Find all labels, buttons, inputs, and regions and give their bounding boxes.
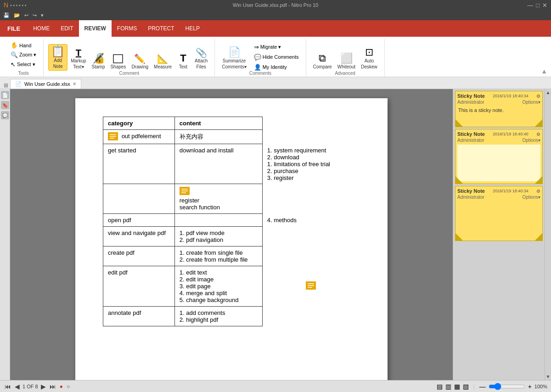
sticky-note-1-options[interactable]: Options▾ — [523, 100, 540, 105]
ribbon-group-comments-panel: 📄 Summarize Comments▾ ⇒ Migrate ▾ 💬 Hide… — [215, 39, 306, 77]
menu-edit[interactable]: EDIT — [55, 20, 79, 37]
menu-forms[interactable]: FORMS — [112, 20, 142, 37]
migrate-btn[interactable]: ⇒ Migrate ▾ — [252, 43, 301, 51]
ribbon-group-tools: ✋ Hand 🔍 Zoom ▾ ↖ Select ▾ Tools — [4, 39, 44, 77]
sticky-note-2-options[interactable]: Options▾ — [523, 138, 540, 143]
qa-redo[interactable]: ↪ — [31, 12, 38, 19]
table-row: edit pdf 1. edit text 2. edit image 3. e… — [103, 266, 360, 307]
sidebar-annotations-btn[interactable]: 💬 — [1, 111, 9, 119]
drawing-btn[interactable]: ✏️ Drawing — [129, 53, 151, 71]
sticky-note-1-date: 2016/1/19 18:40:34 — [493, 94, 529, 98]
pdf-page: category content out pdfelement — [75, 98, 388, 380]
nav-record-btn[interactable]: ● — [59, 383, 64, 390]
attach-files-btn[interactable]: 📎 Attach Files — [192, 47, 210, 71]
sticky-note-3-options[interactable]: Options▾ — [523, 195, 540, 200]
add-note-btn[interactable]: 📋 Add Note — [48, 44, 67, 71]
qa-undo[interactable]: ↩ — [23, 12, 30, 19]
cell-category-5: view and navigate pdf — [103, 227, 175, 246]
window-controls[interactable]: — □ ✕ — [527, 2, 547, 9]
nav-first-btn[interactable]: ⏮ — [4, 383, 12, 390]
minimize-btn[interactable]: — — [527, 2, 533, 9]
ribbon: ✋ Hand 🔍 Zoom ▾ ↖ Select ▾ Tools 📋 Add N… — [0, 37, 551, 77]
cell-category-8: annotate pdf — [103, 307, 175, 326]
quick-access-toolbar: 💾 📂 ↩ ↪ ▾ — [0, 10, 551, 20]
tab-close-btn[interactable]: × — [73, 81, 76, 87]
whiteout-btn[interactable]: ⬜ Whiteout — [335, 52, 358, 71]
left-sidebar: 📄 🔖 💬 — [0, 89, 10, 380]
cell-category-2: get started — [103, 144, 175, 184]
zoom-slider[interactable] — [489, 383, 525, 390]
menu-protect[interactable]: PROTECT — [142, 20, 180, 37]
select-tool-btn[interactable]: ↖ Select ▾ — [8, 60, 38, 69]
sticky-note-3-body[interactable] — [457, 202, 540, 238]
sticky-note-3-user: Administrator — [457, 195, 484, 200]
menu-review[interactable]: REVIEW — [79, 20, 112, 37]
sticky-note-2-body[interactable] — [457, 145, 540, 181]
sticky-note-2-icon: ⚙ — [536, 132, 540, 137]
qa-save[interactable]: 💾 — [2, 12, 11, 19]
menu-file[interactable]: FILE — [0, 20, 28, 37]
note-icon-3 — [306, 281, 316, 290]
col-header-category: category — [103, 117, 175, 130]
sticky-note-2-title: Sticky Note — [457, 131, 485, 137]
status-right: ▤ ▥ ▦ ▧ | — + 100% — [437, 383, 547, 390]
summarize-btn[interactable]: 📄 Summarize Comments▾ — [219, 46, 248, 71]
tab-bar: ⊞ 📄 Win User Guide.xlsx × — [0, 77, 551, 89]
hand-tool-btn[interactable]: ✋ Hand — [8, 41, 34, 50]
table-row: annotate pdf 1. add comments 2. highligh… — [103, 307, 360, 326]
stamp-btn[interactable]: 🔏 Stamp — [90, 52, 107, 71]
view-continuous-btn[interactable]: ▦ — [454, 383, 460, 390]
table-row: view and navigate pdf 1. pdf view mode2.… — [103, 227, 360, 246]
menu-help[interactable]: HELP — [180, 20, 205, 37]
nav-prev-btn[interactable]: ◀ — [14, 383, 21, 390]
sticky-note-2-date: 2016/1/19 18:40:40 — [493, 132, 529, 136]
sticky-note-2-user: Administrator — [457, 138, 484, 143]
tab-list-icon[interactable]: ⊞ — [4, 82, 8, 89]
close-btn[interactable]: ✕ — [542, 2, 547, 9]
measure-btn[interactable]: 📐 Measure — [152, 53, 174, 71]
menu-bar: FILE HOME EDIT REVIEW FORMS PROTECT HELP — [0, 20, 551, 37]
cell-content-1: 补充内容 — [174, 130, 262, 144]
my-identity-btn[interactable]: 👤 My Identity — [252, 63, 301, 72]
sidebar-pages-btn[interactable]: 📄 — [1, 91, 9, 99]
zoom-out-btn[interactable]: — — [479, 383, 486, 390]
nav-last-btn[interactable]: ⏭ — [49, 383, 57, 390]
view-facing-btn[interactable]: ▧ — [463, 383, 469, 390]
sticky-note-1-body[interactable]: This is a sticky note. — [457, 106, 540, 125]
maximize-btn[interactable]: □ — [536, 2, 540, 9]
cell-content-5: 1. pdf view mode2. pdf navigation — [174, 227, 262, 246]
sticky-note-1-user: Administrator — [457, 100, 484, 105]
document-tab[interactable]: 📄 Win User Guide.xlsx × — [10, 79, 81, 89]
cell-detail-4: 4. methods — [262, 214, 360, 227]
comment-group-label: Comment — [48, 71, 210, 77]
scroll-bar-right: ▲ ▼ — [545, 89, 551, 380]
window-title: Win User Guide.xlsx.pdf - Nitro Pro 10 — [233, 2, 318, 8]
text-btn[interactable]: T Text — [175, 52, 191, 71]
cell-content-8: 1. add comments 2. highlight pdf — [174, 307, 262, 326]
zoom-in-btn[interactable]: + — [528, 383, 532, 390]
qa-open[interactable]: 📂 — [12, 12, 22, 19]
qa-more[interactable]: ▾ — [39, 12, 45, 19]
page-info: 1 OF 8 — [22, 384, 38, 389]
markup-text-btn[interactable]: T Markup Text▾ — [68, 47, 88, 71]
auto-deskew-btn[interactable]: ⊡ Auto Deskew — [359, 46, 380, 71]
menu-home[interactable]: HOME — [28, 20, 55, 37]
ribbon-collapse-btn[interactable]: ▲ — [541, 67, 547, 77]
shapes-btn[interactable]: Shapes — [108, 53, 128, 71]
sidebar-bookmarks-btn[interactable]: 🔖 — [1, 101, 9, 109]
scroll-up-btn[interactable]: ▲ — [546, 90, 551, 95]
scroll-down-btn[interactable]: ▼ — [546, 374, 551, 379]
nav-stop-btn[interactable]: ○ — [66, 383, 71, 390]
pdf-area[interactable]: category content out pdfelement — [10, 89, 453, 380]
hide-comments-btn[interactable]: 💬 Hide Comments — [252, 53, 301, 62]
table-row: out pdfelement 补充内容 — [103, 130, 360, 144]
status-nav: ⏮ ◀ 1 OF 8 ▶ ⏭ ● ○ — [4, 383, 71, 390]
view-double-btn[interactable]: ▥ — [445, 383, 451, 390]
zoom-tool-btn[interactable]: 🔍 Zoom ▾ — [8, 50, 39, 59]
compare-btn[interactable]: ⧉ Compare — [311, 52, 334, 71]
nav-next-btn[interactable]: ▶ — [40, 383, 47, 390]
table-row: create pdf 1. create from single file2. … — [103, 246, 360, 266]
view-single-btn[interactable]: ▤ — [437, 383, 443, 390]
status-bar: ⏮ ◀ 1 OF 8 ▶ ⏭ ● ○ ▤ ▥ ▦ ▧ | — + 100% — [0, 380, 551, 392]
table-row: register search function — [103, 184, 360, 214]
